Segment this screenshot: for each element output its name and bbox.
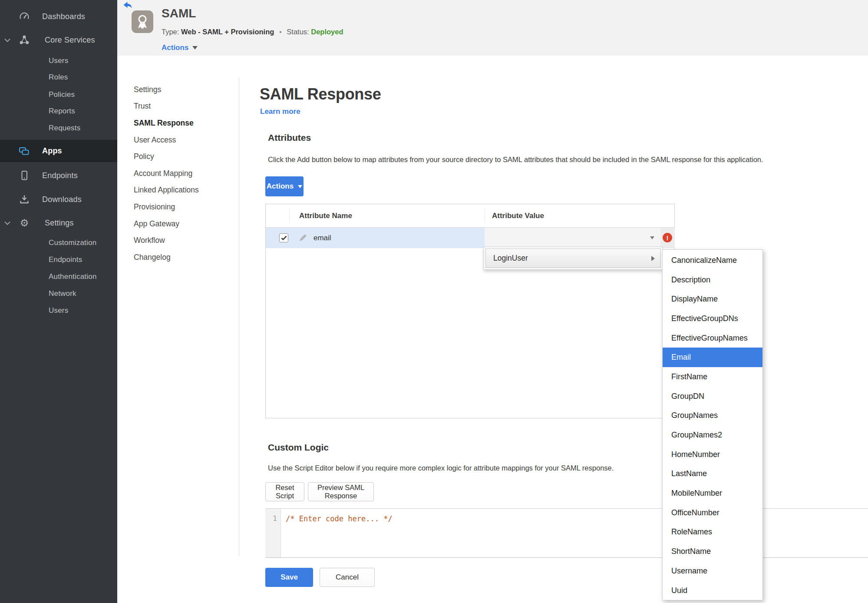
menu-option[interactable]: DisplayName bbox=[663, 289, 762, 309]
sidebar-item-endpoints[interactable]: Endpoints bbox=[0, 168, 117, 183]
menu-item-label: LoginUser bbox=[493, 254, 528, 263]
type-label: Type: bbox=[162, 28, 179, 36]
menu-option[interactable]: GroupNames bbox=[663, 406, 762, 426]
menu-option[interactable]: HomeNumber bbox=[663, 445, 762, 464]
preview-saml-response-button[interactable]: Preview SAML Response bbox=[308, 482, 374, 501]
subnav-item[interactable]: Workflow bbox=[134, 232, 234, 249]
menu-option[interactable]: CanonicalizeName bbox=[663, 251, 762, 270]
app-title: SAML bbox=[162, 7, 196, 20]
menu-option[interactable]: Email bbox=[663, 348, 762, 367]
status-badge: Deployed bbox=[311, 28, 343, 36]
main-sidebar: Dashboards Core Services Users Roles Pol… bbox=[0, 0, 117, 603]
column-header-attribute-name: Attribute Name bbox=[299, 212, 352, 220]
sidebar-item-users-settings[interactable]: Users bbox=[0, 303, 117, 318]
sidebar-item-dashboards[interactable]: Dashboards bbox=[0, 9, 117, 24]
column-divider bbox=[289, 209, 290, 223]
menu-option[interactable]: EffectiveGroupNames bbox=[663, 328, 762, 348]
error-cell: ! bbox=[660, 228, 675, 248]
sidebar-item-label: Apps bbox=[42, 146, 62, 156]
sidebar-item-label: Requests bbox=[49, 124, 80, 133]
menu-option[interactable]: GroupNames2 bbox=[663, 425, 762, 445]
subnav-item[interactable]: App Gateway bbox=[134, 215, 234, 232]
sidebar-item-roles[interactable]: Roles bbox=[0, 70, 117, 85]
sidebar-item-label: Authentication bbox=[49, 272, 97, 281]
sidebar-item-endpoints-settings[interactable]: Endpoints bbox=[0, 252, 117, 268]
menu-option[interactable]: Description bbox=[663, 270, 762, 290]
apps-icon bbox=[18, 145, 30, 157]
save-button[interactable]: Save bbox=[265, 568, 313, 587]
menu-option[interactable]: LastName bbox=[663, 464, 762, 484]
subnav-item[interactable]: Linked Applications bbox=[134, 182, 234, 199]
app-subnav: SettingsTrustSAML ResponseUser AccessPol… bbox=[134, 81, 234, 266]
attributes-table: Attribute Name Attribute Value email ! bbox=[265, 204, 675, 418]
menu-option[interactable]: RoleNames bbox=[663, 523, 762, 542]
sidebar-item-customization[interactable]: Customization bbox=[0, 235, 117, 251]
attributes-heading: Attributes bbox=[268, 133, 311, 143]
editor-code[interactable]: /* Enter code here... */ bbox=[286, 514, 393, 523]
custom-logic-heading: Custom Logic bbox=[268, 442, 329, 453]
chevron-down-icon bbox=[650, 236, 654, 239]
chevron-down-icon bbox=[4, 219, 10, 227]
subnav-item[interactable]: User Access bbox=[134, 132, 234, 149]
actions-button-label: Actions bbox=[267, 182, 294, 191]
sidebar-item-authentication[interactable]: Authentication bbox=[0, 269, 117, 285]
menu-option[interactable]: ShortName bbox=[663, 542, 762, 561]
value-dropdown-menu: LoginUser bbox=[484, 247, 663, 270]
menu-option[interactable]: EffectiveGroupDNs bbox=[663, 309, 762, 328]
subnav-item[interactable]: Policy bbox=[134, 148, 234, 165]
sidebar-item-downloads[interactable]: Downloads bbox=[0, 192, 117, 207]
subnav-item[interactable]: Changelog bbox=[134, 249, 234, 266]
sidebar-item-network[interactable]: Network bbox=[0, 286, 117, 302]
learn-more-link[interactable]: Learn more bbox=[260, 107, 300, 116]
attribute-value-dropdown[interactable] bbox=[485, 228, 660, 248]
attribute-name-cell: email bbox=[314, 234, 331, 242]
status-label: Status: bbox=[287, 28, 309, 36]
subnav-item[interactable]: Provisioning bbox=[134, 199, 234, 215]
chevron-down-icon bbox=[192, 46, 198, 50]
menu-option[interactable]: OfficeNumber bbox=[663, 503, 762, 523]
sidebar-item-label: Dashboards bbox=[42, 12, 85, 21]
attribute-options-submenu: CanonicalizeNameDescriptionDisplayNameEf… bbox=[662, 249, 763, 600]
type-value: Web - SAML + Provisioning bbox=[181, 28, 274, 36]
subnav-item[interactable]: Settings bbox=[134, 81, 234, 98]
sidebar-item-users[interactable]: Users bbox=[0, 53, 117, 69]
sidebar-item-label: Customization bbox=[49, 239, 96, 247]
sidebar-item-label: Roles bbox=[49, 73, 68, 82]
reset-script-button[interactable]: Reset Script bbox=[265, 482, 304, 501]
page-title: SAML Response bbox=[260, 85, 381, 103]
sidebar-item-reports[interactable]: Reports bbox=[0, 103, 117, 119]
sidebar-item-label: Reports bbox=[49, 107, 75, 116]
menu-option[interactable]: GroupDN bbox=[663, 387, 762, 406]
sidebar-item-label: Users bbox=[49, 306, 68, 315]
edit-pencil-icon[interactable] bbox=[299, 234, 307, 244]
sidebar-item-label: Users bbox=[49, 56, 68, 65]
menu-item-loginuser[interactable]: LoginUser bbox=[485, 248, 661, 268]
menu-option[interactable]: Uuid bbox=[663, 581, 762, 600]
editor-gutter: 1 bbox=[265, 509, 281, 557]
attributes-description: Click the Add button below to map attrib… bbox=[268, 156, 763, 164]
cancel-button[interactable]: Cancel bbox=[320, 568, 375, 587]
sidebar-item-label: Settings bbox=[45, 219, 74, 228]
gear-icon: ⚙ bbox=[18, 217, 30, 229]
sidebar-item-label: Endpoints bbox=[42, 171, 78, 180]
error-icon: ! bbox=[663, 233, 672, 242]
menu-option[interactable]: FirstName bbox=[663, 367, 762, 387]
menu-option[interactable]: Username bbox=[663, 561, 762, 581]
header-actions-menu[interactable]: Actions bbox=[162, 43, 198, 52]
script-editor[interactable]: 1 /* Enter code here... */ bbox=[265, 508, 868, 558]
sidebar-item-requests[interactable]: Requests bbox=[0, 120, 117, 136]
table-row[interactable]: email ! bbox=[266, 228, 674, 248]
subnav-item[interactable]: Trust bbox=[134, 98, 234, 115]
back-arrow-icon[interactable] bbox=[123, 2, 133, 9]
subnav-item[interactable]: Account Mapping bbox=[134, 165, 234, 182]
sidebar-item-core-services[interactable]: Core Services bbox=[0, 32, 117, 48]
subnav-item[interactable]: SAML Response bbox=[134, 115, 234, 132]
dashboard-gauge-icon bbox=[18, 10, 30, 23]
column-header-attribute-value: Attribute Value bbox=[492, 212, 544, 220]
attributes-actions-button[interactable]: Actions bbox=[265, 176, 304, 196]
sidebar-item-policies[interactable]: Policies bbox=[0, 87, 117, 103]
sidebar-item-settings[interactable]: ⚙ Settings bbox=[0, 215, 117, 231]
row-checkbox[interactable] bbox=[279, 233, 288, 242]
sidebar-item-apps[interactable]: Apps bbox=[0, 140, 117, 162]
menu-option[interactable]: MobileNumber bbox=[663, 484, 762, 503]
